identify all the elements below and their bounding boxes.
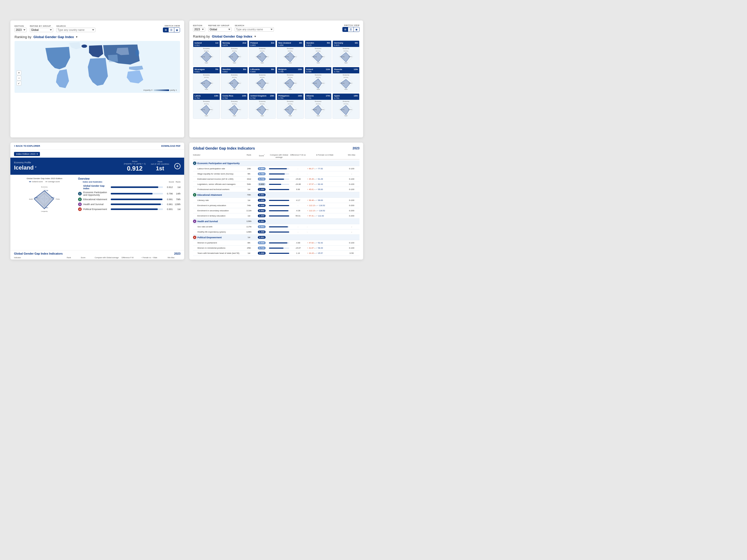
svg-text:Politics: Politics bbox=[349, 56, 353, 57]
country-card[interactable]: Norway 0.879 2nd Economy Economy Politic… bbox=[221, 41, 248, 66]
country-card-name: Germany bbox=[334, 42, 343, 44]
country-card-rank: 15th bbox=[270, 95, 274, 97]
country-card[interactable]: Sweden 0.815 5th Economy Economy Politic… bbox=[305, 41, 332, 66]
grid-view-btn[interactable]: ⊞ bbox=[163, 28, 169, 32]
country-card[interactable]: Finland 0.863 3rd Economy Economy Politi… bbox=[249, 41, 276, 66]
country-card[interactable]: Philippines 0.791 16th Economy Economy P… bbox=[277, 93, 304, 119]
svg-text:Economy: Economy bbox=[316, 50, 321, 52]
sub-index-bar-fill bbox=[111, 209, 158, 210]
svg-text:Economy: Economy bbox=[316, 77, 321, 78]
country-card[interactable]: Namibia 0.802 8th Economy Economy Politi… bbox=[221, 67, 248, 92]
refine-select-2[interactable]: Global bbox=[208, 27, 232, 32]
country-card-name: Finland bbox=[250, 42, 258, 44]
cat-rank: 1st bbox=[243, 236, 254, 239]
country-card-body: Economy Economy Politics Health Longevit… bbox=[249, 47, 276, 65]
grid-view-btn-2[interactable]: ⊞ bbox=[343, 27, 348, 32]
edition-label: EDITION bbox=[15, 25, 27, 27]
cat-icon: ● bbox=[193, 193, 196, 196]
edition-badge[interactable]: Index Edition 2023 ▾ bbox=[14, 152, 40, 156]
svg-text:Economy: Economy bbox=[344, 50, 349, 52]
svg-text:Longevity: Longevity bbox=[256, 82, 261, 84]
map-view-btn[interactable]: ◉ bbox=[174, 28, 180, 32]
sub-index-name: Global Gender Gap Index bbox=[83, 185, 109, 190]
compare-btn[interactable]: + bbox=[174, 163, 181, 169]
ind-score: 1.000 bbox=[256, 188, 268, 191]
country-card[interactable]: Albania 0.791 17th Economy Economy Polit… bbox=[305, 93, 332, 119]
economy-label-card: Economy bbox=[250, 101, 275, 102]
ranking-dropdown-arrow[interactable]: ▾ bbox=[76, 35, 78, 38]
country-card-name: Norway bbox=[223, 42, 230, 44]
country-card[interactable]: Rwanda 0.794 12th Economy Economy Politi… bbox=[333, 67, 360, 92]
country-name[interactable]: Iceland bbox=[14, 164, 36, 171]
sub-index-row: 4 Political Empowerment 0.901 1st bbox=[78, 207, 181, 211]
ind-compare-bar bbox=[269, 179, 289, 180]
ind-rank: 14th bbox=[243, 167, 254, 170]
country-card[interactable]: Nicaragua 0.811 7th Economy Economy Poli… bbox=[193, 67, 220, 92]
th-ind-diff: Difference F-M oo bbox=[290, 154, 306, 158]
svg-text:Politics: Politics bbox=[321, 56, 325, 57]
zoom-in-btn[interactable]: + bbox=[17, 71, 21, 75]
economy-label-card: Economy bbox=[250, 48, 275, 49]
reset-view-btn[interactable]: ↙ bbox=[17, 81, 21, 85]
svg-text:Health: Health bbox=[233, 62, 236, 63]
economy-label-card: Economy bbox=[194, 74, 219, 76]
world-map[interactable]: + − ↙ imparity 0 parity 1 bbox=[15, 41, 180, 93]
ind-compare-bar bbox=[269, 205, 289, 206]
sub-index-link[interactable]: Index and Subindex bbox=[83, 181, 102, 183]
country-card[interactable]: Belgium 0.796 10th Economy Economy Polit… bbox=[277, 67, 304, 92]
country-card[interactable]: Ireland 0.795 11th Economy Economy Polit… bbox=[305, 67, 332, 92]
economy-label-card: Economy bbox=[334, 74, 358, 76]
list-view-btn[interactable]: ☰ bbox=[169, 28, 174, 32]
ranking-dropdown-arrow-2[interactable]: ▾ bbox=[254, 35, 256, 38]
indicator-row: Professional and technical workers 1st 1… bbox=[193, 187, 360, 192]
back-link[interactable]: < BACK TO EXPLORER bbox=[14, 145, 40, 147]
country-card[interactable]: Iceland 0.912 1st Economy Economy Politi… bbox=[193, 41, 220, 66]
country-card[interactable]: Costa Rica 0.793 14th Economy Economy Po… bbox=[221, 93, 248, 119]
indicator-row: Wage equality for similar work (Survey) … bbox=[193, 171, 360, 177]
ind-minmax: 0-100 bbox=[344, 199, 360, 202]
ind-diff: 55.01 bbox=[290, 215, 306, 217]
country-card[interactable]: Lithuania 0.800 9th Economy Economy Poli… bbox=[249, 67, 276, 92]
country-card[interactable]: New Zealand 0.856 4th Economy Economy Po… bbox=[277, 41, 304, 66]
svg-point-1 bbox=[81, 45, 87, 48]
indicator-row: Enrolment in primary education 74th 0.99… bbox=[193, 203, 360, 208]
ind-score: 0.998 bbox=[256, 204, 268, 207]
svg-text:Politics: Politics bbox=[265, 56, 269, 57]
ranking-text: Ranking by bbox=[15, 35, 31, 39]
ind-rank: 5th bbox=[243, 173, 254, 175]
ind-score: 1.000 bbox=[256, 214, 268, 217]
ind-compare-bar bbox=[269, 168, 289, 169]
svg-text:Politics: Politics bbox=[293, 109, 297, 110]
country-card-name: United Kingdom bbox=[250, 95, 266, 97]
country-card[interactable]: Germany 0.815 6th Economy Economy Politi… bbox=[333, 41, 360, 66]
th-fm: ♀ Female vs ♂ Male bbox=[140, 257, 166, 259]
country-card[interactable]: Latvia 0.794 13th Economy Economy Politi… bbox=[193, 93, 220, 119]
country-card[interactable]: Spain 0.791 18th Economy Economy Politic… bbox=[333, 93, 360, 119]
svg-text:Health: Health bbox=[233, 115, 236, 116]
economy-label-card: Economy bbox=[306, 101, 331, 102]
ind-rank: 6th bbox=[243, 242, 254, 244]
country-card-rank: 8th bbox=[243, 68, 246, 71]
download-link[interactable]: DOWNLOAD PDF bbox=[161, 145, 181, 147]
search-input-2[interactable] bbox=[235, 27, 274, 32]
list-view-btn-2[interactable]: ☰ bbox=[348, 27, 354, 32]
svg-text:0.961: 0.961 bbox=[45, 207, 48, 209]
country-card-rank: 9th bbox=[271, 68, 274, 71]
country-card[interactable]: United Kingdom 0.792 15th Economy Econom… bbox=[249, 93, 276, 119]
country-card-body: Economy Economy Politics Health Longevit… bbox=[221, 73, 248, 92]
ind-fm: - bbox=[307, 173, 343, 175]
ind-compare-bar bbox=[269, 210, 289, 211]
svg-text:Economy: Economy bbox=[232, 77, 237, 78]
map-view-btn-2[interactable]: ◉ bbox=[354, 27, 359, 32]
edition-select[interactable]: 2023 bbox=[15, 28, 27, 32]
edition-select-2[interactable]: 2023 bbox=[193, 27, 205, 32]
sub-index-score: 0.912 bbox=[164, 186, 173, 188]
ind-diff: - bbox=[290, 173, 306, 175]
search-input[interactable] bbox=[56, 28, 96, 32]
refine-select[interactable]: Global bbox=[30, 28, 53, 32]
economy-label-card: Economy bbox=[194, 48, 219, 49]
cat-icon: ● bbox=[193, 220, 196, 223]
zoom-out-btn[interactable]: − bbox=[17, 76, 21, 80]
svg-text:Longevity: Longevity bbox=[340, 82, 345, 84]
ind-compare-bar bbox=[269, 174, 289, 175]
